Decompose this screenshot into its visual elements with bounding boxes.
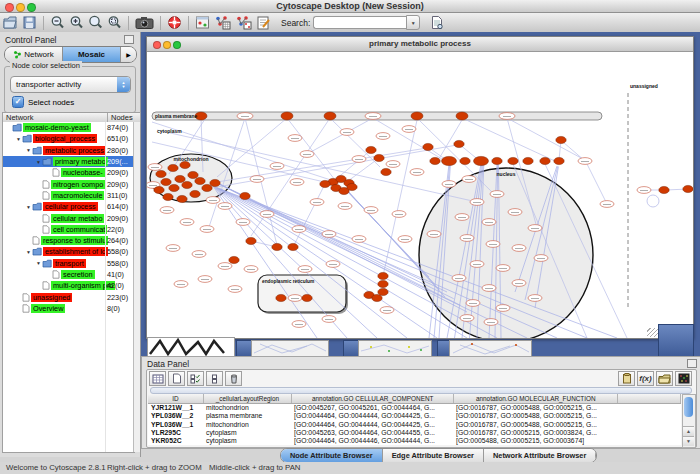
tree-item-macromolecule[interactable]: macromolecule311(0) [3,190,134,201]
network-node[interactable] [180,219,194,226]
network-node[interactable] [496,265,510,272]
network-node[interactable] [659,186,669,193]
network-node[interactable] [456,112,468,120]
network-node[interactable] [324,112,336,120]
network-node[interactable] [482,285,496,292]
tree-expand-icon[interactable]: ▼ [15,136,22,142]
column-header-ID[interactable]: ID [148,394,204,403]
network-node[interactable] [154,186,164,193]
network-node[interactable] [281,112,293,120]
window-titlebar[interactable]: Cytoscape Desktop (New Session) [0,0,700,13]
network-node[interactable] [380,307,394,314]
network-node[interactable] [206,197,220,204]
network-node[interactable] [430,157,440,164]
column-header-_cellularLayoutRegion[interactable]: _cellularLayoutRegion [204,394,293,403]
tree-item-biological-process[interactable]: ▼biological_process651(0) [3,133,134,144]
network-node[interactable] [540,157,550,164]
search-options-icon[interactable] [430,14,444,31]
network-node[interactable] [177,195,187,202]
network-node[interactable] [460,235,474,242]
minimized-window-thumbnail[interactable] [358,340,432,356]
tree-item-overview[interactable]: Overview8(0) [3,303,134,314]
network-node[interactable] [376,133,390,140]
network-node[interactable] [470,261,484,268]
network-node[interactable] [411,112,423,120]
network-node[interactable] [270,163,284,170]
network-node[interactable] [402,126,416,133]
network-node[interactable] [218,203,232,210]
column-header-annotation.GO CELLULAR_COMPONENT[interactable]: annotation.GO CELLULAR_COMPONENT [292,394,454,403]
network-node[interactable] [378,288,388,295]
save-icon[interactable] [22,14,37,31]
network-node[interactable] [228,286,242,293]
network-node[interactable] [683,185,693,192]
network-canvas[interactable]: plasma membranecytoplasmmitochondrionnuc… [147,52,693,338]
network-window-titlebar[interactable]: primary metabolic process [147,37,693,52]
network-node[interactable] [161,178,171,185]
table-row[interactable]: YLR295Ccytoplasm[GO:0045263, GO:0044464,… [148,429,681,437]
network-node[interactable] [352,156,366,163]
float-panel-icon[interactable] [124,35,134,44]
attribute-select-icon[interactable] [149,371,166,386]
network-node[interactable] [160,207,174,214]
network-node[interactable] [320,180,330,187]
network-node[interactable] [523,157,533,164]
network-node[interactable] [168,164,178,171]
float-panel-icon[interactable] [687,359,697,368]
network-node[interactable] [600,201,614,208]
network-node[interactable] [482,219,496,226]
network-node[interactable] [322,231,336,238]
tree-item-cell-communicat[interactable]: cell communicat22(0) [3,224,134,235]
network-node[interactable] [474,156,489,165]
tree-expand-icon[interactable]: ▼ [35,159,42,165]
zoom-out-icon[interactable] [50,14,65,31]
network-node[interactable] [229,256,239,263]
tree-expand-icon[interactable]: ▼ [35,260,42,266]
network-node[interactable] [528,225,542,232]
network-node[interactable] [276,294,286,301]
network-node[interactable] [398,236,412,243]
tab-mosaic[interactable]: Mosaic [63,47,121,62]
network-node[interactable] [381,168,391,175]
network-node[interactable] [260,211,274,218]
network-node[interactable] [210,179,220,186]
network-node[interactable] [195,177,205,184]
network-node[interactable] [292,226,306,233]
table-row[interactable]: YPL036W__2plasma membrane[GO:0044464, GO… [148,412,681,420]
network-node[interactable] [148,164,162,171]
tree-item-nucleobase-[interactable]: nucleobase-209(0) [3,167,134,178]
network-node[interactable] [338,203,352,210]
cytopanel-icon[interactable] [195,14,210,31]
network-node[interactable] [347,183,357,190]
network-node[interactable] [554,157,564,164]
table-row[interactable]: YKR052Ccytoplasm[GO:0044464, GO:0044446,… [148,437,681,445]
table-vertical-scrollbar[interactable]: ▲ ▼ [682,394,696,448]
tree-scrollbar[interactable] [133,122,140,452]
network-node[interactable] [556,136,566,143]
network-node[interactable] [374,154,384,161]
tree-item-primary-metabo[interactable]: ▼primary metabo209(... [3,156,134,167]
tree-expand-icon[interactable]: ▼ [25,204,32,210]
network-node[interactable] [508,209,522,216]
network-node[interactable] [484,319,498,326]
network-node[interactable] [578,158,592,165]
network-node[interactable] [410,169,424,176]
table-horizontal-scrollbar[interactable] [150,387,692,394]
network-node[interactable] [460,157,470,164]
zoom-fit-icon[interactable] [88,14,103,31]
network-node[interactable] [496,305,510,312]
tree-expand-icon[interactable]: ▼ [25,147,32,153]
formula-builder-icon[interactable]: f(x) [637,371,654,386]
network-node[interactable] [310,199,324,206]
network-node[interactable] [470,199,484,206]
network-node[interactable] [182,181,192,188]
column-header-spacer[interactable] [618,394,681,403]
network-node[interactable] [169,184,179,191]
select-all-attributes-icon[interactable] [187,371,204,386]
network-node[interactable] [156,170,166,177]
tree-item-unassigned[interactable]: unassigned223(0) [3,291,134,302]
network-node[interactable] [423,143,433,150]
network-node[interactable] [180,161,190,168]
network-node[interactable] [188,171,198,178]
network-node[interactable] [200,226,214,233]
